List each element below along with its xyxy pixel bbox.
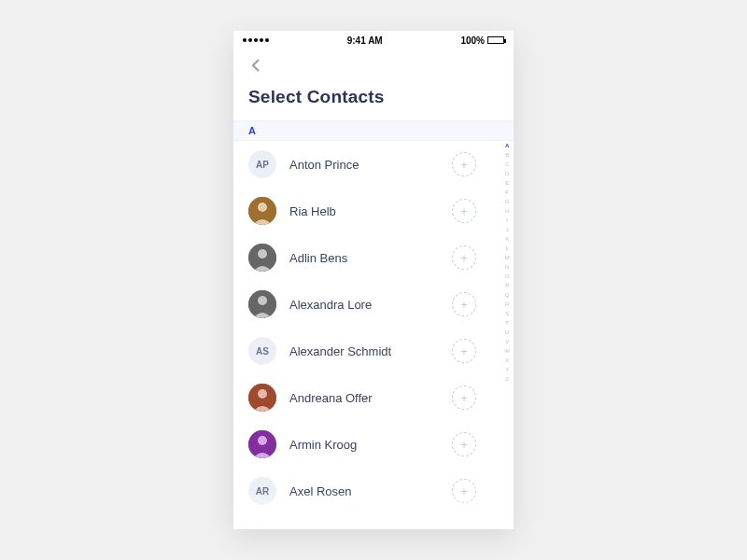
status-time: 9:41 AM	[347, 35, 383, 46]
svg-point-3	[258, 249, 267, 259]
contact-name: Alexandra Lore	[289, 298, 439, 312]
svg-point-7	[258, 389, 267, 399]
alpha-index-letter[interactable]: I	[506, 216, 508, 225]
contact-row[interactable]: Adlin Bens+	[233, 234, 491, 281]
alpha-index-letter[interactable]: B	[505, 150, 509, 160]
alpha-index-letter[interactable]: C	[505, 160, 509, 169]
alpha-index-letter[interactable]: D	[505, 169, 509, 178]
alpha-index-letter[interactable]: M	[505, 253, 510, 262]
page-title: Select Contacts	[248, 87, 499, 107]
svg-point-5	[258, 296, 267, 305]
contact-row[interactable]: APAnton Prince+	[233, 141, 491, 188]
alpha-index-letter[interactable]: P	[505, 281, 509, 290]
contact-name: Alexander Schmidt	[289, 344, 439, 358]
alpha-index-letter[interactable]: K	[505, 234, 509, 244]
contact-row[interactable]: Alexandra Lore+	[233, 281, 491, 328]
avatar-photo	[248, 384, 276, 412]
add-contact-button[interactable]: +	[452, 385, 476, 410]
avatar-photo	[248, 290, 276, 318]
battery-icon	[487, 36, 504, 44]
avatar-photo	[248, 197, 276, 225]
contact-row[interactable]: Ria Helb+	[233, 188, 491, 234]
alpha-index-letter[interactable]: Y	[505, 365, 509, 374]
status-bar: 9:41 AM 100%	[233, 31, 514, 49]
contact-list[interactable]: APAnton Prince+Ria Helb+Adlin Bens+Alexa…	[233, 141, 514, 529]
avatar-initials: AP	[248, 150, 276, 178]
svg-point-1	[258, 203, 267, 212]
chevron-left-icon	[248, 57, 265, 74]
add-contact-button[interactable]: +	[452, 479, 476, 503]
avatar-photo	[248, 244, 276, 272]
alpha-index[interactable]: ABCDEFGHIJKLMNOPQRSTUVWXYZ	[504, 141, 510, 384]
avatar-initials: AR	[248, 477, 276, 505]
contact-row[interactable]: Andreana Offer+	[233, 374, 491, 421]
contact-name: Armin Kroog	[289, 438, 439, 452]
add-contact-button[interactable]: +	[452, 245, 476, 270]
alpha-index-letter[interactable]: T	[505, 318, 509, 328]
contact-name: Anton Prince	[289, 158, 439, 172]
alpha-index-letter[interactable]: H	[505, 206, 509, 216]
contact-row[interactable]: ARAxel Rosen+	[233, 468, 491, 514]
signal-dots-icon	[243, 38, 269, 42]
alpha-index-letter[interactable]: S	[505, 309, 509, 318]
contact-name: Adlin Bens	[289, 251, 439, 265]
contact-name: Axel Rosen	[289, 484, 439, 498]
alpha-index-letter[interactable]: U	[505, 328, 509, 337]
alpha-index-letter[interactable]: G	[505, 197, 510, 206]
alpha-index-letter[interactable]: E	[505, 178, 509, 188]
alpha-index-letter[interactable]: R	[505, 300, 509, 309]
alpha-index-letter[interactable]: A	[505, 141, 509, 150]
battery-percent: 100%	[460, 35, 485, 46]
alpha-index-letter[interactable]: F	[505, 188, 509, 197]
alpha-index-letter[interactable]: Z	[505, 374, 509, 384]
alpha-index-letter[interactable]: L	[505, 244, 508, 253]
contact-row[interactable]: Armin Kroog+	[233, 421, 491, 468]
contact-name: Ria Helb	[289, 204, 439, 218]
add-contact-button[interactable]: +	[452, 199, 476, 223]
alpha-index-letter[interactable]: V	[505, 337, 509, 346]
phone-frame: 9:41 AM 100% Select Contacts A APAnton P…	[233, 31, 514, 529]
alpha-index-letter[interactable]: Q	[505, 290, 510, 300]
svg-point-9	[258, 436, 267, 445]
add-contact-button[interactable]: +	[452, 339, 476, 363]
alpha-index-letter[interactable]: O	[505, 272, 510, 281]
add-contact-button[interactable]: +	[452, 432, 476, 456]
header: Select Contacts	[233, 49, 514, 120]
alpha-index-letter[interactable]: J	[506, 225, 509, 234]
contact-name: Andreana Offer	[289, 391, 439, 405]
add-contact-button[interactable]: +	[452, 292, 476, 316]
alpha-index-letter[interactable]: W	[504, 346, 510, 356]
avatar-initials: AS	[248, 337, 276, 365]
add-contact-button[interactable]: +	[452, 152, 476, 176]
back-button[interactable]	[248, 57, 265, 74]
avatar-photo	[248, 430, 276, 458]
alpha-index-letter[interactable]: N	[505, 262, 509, 272]
battery-indicator: 100%	[460, 35, 504, 46]
contact-row[interactable]: ASAlexander Schmidt+	[233, 328, 491, 374]
alpha-index-letter[interactable]: X	[505, 356, 509, 365]
section-header: A	[233, 120, 514, 141]
